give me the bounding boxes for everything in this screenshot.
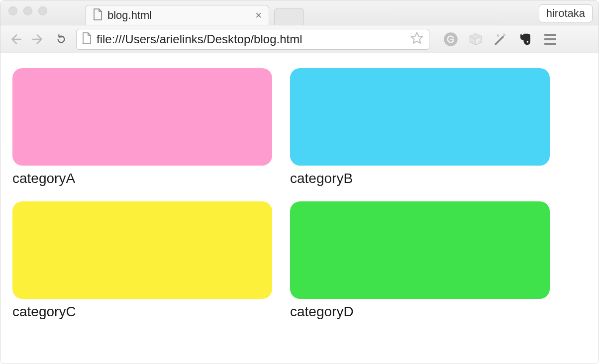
address-bar[interactable] — [76, 29, 429, 50]
bookmark-star-icon[interactable] — [410, 31, 424, 47]
back-button[interactable] — [7, 31, 23, 47]
category-card-a: categoryA — [12, 68, 272, 186]
category-card-c: categoryC — [12, 201, 272, 320]
swatch-d — [290, 201, 550, 299]
tab-close-button[interactable]: × — [253, 9, 264, 22]
minimize-window-button[interactable] — [23, 6, 32, 15]
new-tab-button[interactable] — [274, 8, 304, 25]
cube-icon — [469, 32, 483, 46]
extension-icon-1[interactable] — [443, 32, 458, 47]
forward-button[interactable] — [30, 31, 46, 47]
category-card-b: categoryB — [290, 68, 550, 186]
window-controls — [8, 6, 47, 15]
wand-icon — [493, 32, 508, 47]
menu-button[interactable] — [543, 32, 558, 47]
hamburger-icon — [544, 34, 556, 45]
file-icon — [82, 32, 92, 46]
zoom-window-button[interactable] — [38, 6, 47, 15]
evernote-icon — [518, 32, 533, 47]
extension-icons — [443, 32, 558, 47]
extension-icon-3[interactable] — [493, 32, 508, 47]
card-label: categoryA — [12, 171, 272, 186]
card-label: categoryC — [12, 304, 272, 320]
swatch-c — [12, 201, 272, 299]
extension-icon-4[interactable] — [518, 32, 533, 47]
url-input[interactable] — [97, 32, 405, 46]
close-window-button[interactable] — [8, 6, 17, 15]
circle-g-icon — [443, 32, 458, 47]
card-label: categoryB — [290, 171, 550, 186]
page-content: categoryA categoryB categoryC categoryD — [0, 53, 599, 364]
arrow-left-icon — [9, 33, 22, 46]
file-icon — [93, 8, 102, 22]
reload-button[interactable] — [53, 31, 69, 47]
browser-tab-active[interactable]: blog.html × — [85, 5, 269, 25]
browser-window: blog.html × hirotaka — [0, 0, 599, 364]
card-label: categoryD — [290, 304, 550, 320]
swatch-b — [290, 68, 550, 166]
arrow-right-icon — [32, 33, 45, 46]
svg-point-1 — [527, 41, 529, 43]
category-grid: categoryA categoryB categoryC categoryD — [12, 68, 587, 320]
titlebar: blog.html × hirotaka — [0, 0, 599, 25]
reload-icon — [56, 34, 67, 45]
category-card-d: categoryD — [290, 201, 550, 320]
profile-button[interactable]: hirotaka — [539, 4, 593, 22]
swatch-a — [12, 68, 272, 166]
extension-icon-2[interactable] — [468, 32, 483, 47]
tab-title: blog.html — [107, 9, 262, 22]
profile-label: hirotaka — [546, 7, 585, 19]
toolbar — [0, 25, 599, 53]
tabstrip: blog.html × — [85, 0, 304, 25]
